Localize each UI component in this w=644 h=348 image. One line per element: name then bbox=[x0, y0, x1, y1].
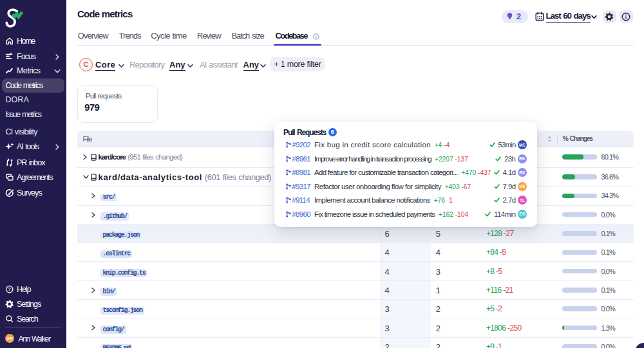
svg-text:?: ? bbox=[8, 287, 11, 291]
